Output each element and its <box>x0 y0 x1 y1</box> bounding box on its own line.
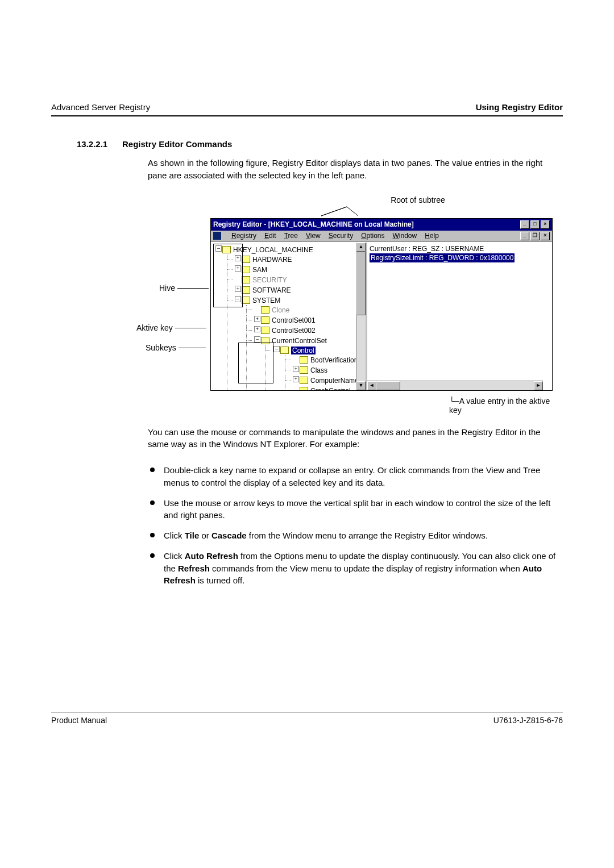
callout-aktive-key: Aktive key <box>136 323 206 332</box>
tree-boot[interactable]: BootVerificationProgram <box>291 355 364 365</box>
value-scrollbar-horizontal[interactable]: ◄ ► <box>367 381 543 390</box>
menu-help[interactable]: Help <box>425 232 439 240</box>
menu-tree[interactable]: Tree <box>284 232 298 240</box>
scroll-thumb-h[interactable] <box>376 381 400 390</box>
tree-cs002[interactable]: ControlSet002 <box>252 326 364 336</box>
folder-open-icon <box>280 347 289 354</box>
callout-hive: Hive <box>159 283 209 293</box>
tree-scrollbar-vertical[interactable]: ▲ ▼ <box>356 243 366 390</box>
section-number: 13.2.2.1 <box>77 139 122 149</box>
menu-edit[interactable]: Edit <box>264 232 276 240</box>
figure: Root of subtree Hive Aktive key Subkeys … <box>148 195 563 415</box>
folder-icon <box>300 366 308 374</box>
scroll-thumb[interactable] <box>356 252 366 315</box>
mdi-system-icon[interactable] <box>213 232 221 240</box>
tree-sam[interactable]: SAM <box>233 265 364 275</box>
tree-security[interactable]: SECURITY <box>233 275 364 285</box>
scroll-up-icon[interactable]: ▲ <box>356 243 366 252</box>
header-rule <box>51 115 563 116</box>
folder-icon <box>300 356 308 364</box>
value-entry-caption: A value entry in the aktive key <box>449 397 563 415</box>
titlebar-text: Registry Editor - [HKEY_LOCAL_MACHINE on… <box>213 220 414 228</box>
folder-icon <box>300 387 308 390</box>
tree-computername[interactable]: ComputerName <box>291 375 364 386</box>
intro-paragraph: As shown in the following figure, Regist… <box>148 157 563 182</box>
after-figure-paragraph: You can use the mouse or commands to man… <box>148 426 563 451</box>
scroll-left-icon[interactable]: ◄ <box>367 381 376 390</box>
bullet-3: Click Tile or Cascade from the Window me… <box>148 529 563 542</box>
section-title: Registry Editor Commands <box>122 139 232 149</box>
bullet-2: Use the mouse or arrow keys to move the … <box>148 497 563 522</box>
folder-icon <box>261 327 269 334</box>
tree-clone[interactable]: Clone <box>252 305 364 315</box>
scroll-right-icon[interactable]: ► <box>534 381 543 390</box>
menu-bar: Registry Edit Tree View Security Options… <box>211 231 552 242</box>
callout-subkeys: Subkeys <box>146 343 206 352</box>
folder-icon <box>242 286 250 294</box>
menu-security[interactable]: Security <box>329 232 353 240</box>
tree-hardware[interactable]: HARDWARE <box>233 254 364 265</box>
folder-icon <box>261 306 269 314</box>
menu-options[interactable]: Options <box>361 232 384 240</box>
value-currentuser[interactable]: CurrentUser : REG_SZ : USERNAME <box>370 244 550 253</box>
menu-registry[interactable]: Registry <box>231 232 256 240</box>
folder-icon <box>242 256 250 263</box>
footer-right: U7613-J-Z815-6-76 <box>493 716 563 725</box>
value-pane[interactable]: CurrentUser : REG_SZ : USERNAME Registry… <box>367 243 552 390</box>
mdi-minimize-icon[interactable]: _ <box>520 232 529 240</box>
tree-cs001[interactable]: ControlSet001 <box>252 315 364 326</box>
hive-bracket <box>213 244 243 307</box>
scroll-down-icon[interactable]: ▼ <box>356 381 366 390</box>
menu-window[interactable]: Window <box>393 232 417 240</box>
tree-software[interactable]: SOFTWARE <box>233 285 364 295</box>
mdi-close-icon[interactable]: × <box>541 232 550 240</box>
root-connector <box>318 206 563 217</box>
root-of-subtree-label: Root of subtree <box>273 195 563 205</box>
close-icon[interactable]: × <box>541 220 550 229</box>
window-titlebar[interactable]: Registry Editor - [HKEY_LOCAL_MACHINE on… <box>211 219 552 231</box>
header-right: Using Registry Editor <box>476 102 563 112</box>
tree-crash[interactable]: CrashControl <box>291 386 364 390</box>
folder-icon <box>261 316 269 324</box>
registry-editor-window: Registry Editor - [HKEY_LOCAL_MACHINE on… <box>210 218 553 391</box>
maximize-icon[interactable]: □ <box>530 220 540 229</box>
bullet-1: Double-click a key name to expand or col… <box>148 464 563 489</box>
tree-control[interactable]: Control BootVerificationProgram Class Co… <box>271 345 364 390</box>
subkeys-bracket <box>238 343 273 383</box>
footer-left: Product Manual <box>51 716 107 725</box>
folder-open-icon <box>242 297 250 304</box>
value-registrysizelimit[interactable]: RegistrySizeLimit : REG_DWORD : 0x180000… <box>370 253 515 262</box>
minimize-icon[interactable]: _ <box>520 220 529 229</box>
folder-icon <box>242 276 250 283</box>
folder-icon <box>242 266 250 273</box>
bullet-4: Click Auto Refresh from the Options menu… <box>148 550 563 587</box>
menu-view[interactable]: View <box>306 232 321 240</box>
mdi-restore-icon[interactable]: ❐ <box>530 232 540 240</box>
tree-class[interactable]: Class <box>291 365 364 375</box>
header-left: Advanced Server Registry <box>51 102 150 112</box>
folder-icon <box>300 377 308 384</box>
